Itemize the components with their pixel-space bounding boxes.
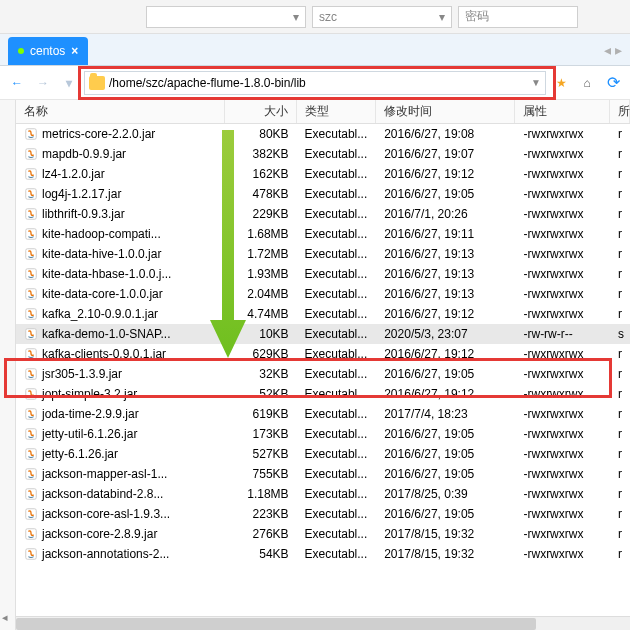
jar-icon (24, 547, 38, 561)
file-attr: -rwxrwxrwx (515, 225, 610, 243)
file-date: 2016/6/27, 19:11 (376, 225, 515, 243)
file-name: joda-time-2.9.9.jar (42, 407, 139, 421)
file-owner: r (610, 205, 630, 223)
table-row[interactable]: jetty-util-6.1.26.jar173KBExecutabl...20… (16, 424, 630, 444)
table-row[interactable]: kafka_2.10-0.9.0.1.jar4.74MBExecutabl...… (16, 304, 630, 324)
file-owner: r (610, 305, 630, 323)
table-row[interactable]: jsr305-1.3.9.jar32KBExecutabl...2016/6/2… (16, 364, 630, 384)
table-row[interactable]: lz4-1.2.0.jar162KBExecutabl...2016/6/27,… (16, 164, 630, 184)
file-name: kafka-clients-0.9.0.1.jar (42, 347, 166, 361)
file-attr: -rwxrwxrwx (515, 445, 610, 463)
table-row[interactable]: log4j-1.2.17.jar478KBExecutabl...2016/6/… (16, 184, 630, 204)
table-row[interactable]: jackson-core-asl-1.9.3...223KBExecutabl.… (16, 504, 630, 524)
file-size: 54KB (225, 545, 297, 563)
file-owner: s (610, 325, 630, 343)
file-date: 2016/6/27, 19:05 (376, 185, 515, 203)
file-name: kite-data-core-1.0.0.jar (42, 287, 163, 301)
table-row[interactable]: joda-time-2.9.9.jar619KBExecutabl...2017… (16, 404, 630, 424)
table-row[interactable]: jackson-databind-2.8...1.18MBExecutabl..… (16, 484, 630, 504)
collapse-arrow-icon[interactable]: ◂ (2, 611, 8, 624)
file-date: 2017/7/4, 18:23 (376, 405, 515, 423)
table-row[interactable]: jopt-simple-3.2.jar52KBExecutabl...2016/… (16, 384, 630, 404)
file-size: 619KB (225, 405, 297, 423)
col-attr[interactable]: 属性 (515, 100, 610, 123)
file-attr: -rwxrwxrwx (515, 505, 610, 523)
file-owner: r (610, 545, 630, 563)
table-row[interactable]: jetty-6.1.26.jar527KBExecutabl...2016/6/… (16, 444, 630, 464)
table-row[interactable]: jackson-core-2.8.9.jar276KBExecutabl...2… (16, 524, 630, 544)
file-type: Executabl... (297, 405, 377, 423)
file-type: Executabl... (297, 385, 377, 403)
file-owner: r (610, 125, 630, 143)
tab-nav-arrows[interactable]: ◂ ▸ (604, 42, 622, 58)
jar-icon (24, 167, 38, 181)
file-owner: r (610, 425, 630, 443)
file-date: 2016/6/27, 19:05 (376, 465, 515, 483)
table-row[interactable]: mapdb-0.9.9.jar382KBExecutabl...2016/6/2… (16, 144, 630, 164)
address-bar[interactable]: ▼ (84, 71, 546, 95)
table-row[interactable]: kite-data-core-1.0.0.jar2.04MBExecutabl.… (16, 284, 630, 304)
forward-button[interactable]: → (32, 72, 54, 94)
table-row[interactable]: kafka-demo-1.0-SNAP...10KBExecutabl...20… (16, 324, 630, 344)
file-name: kite-data-hive-1.0.0.jar (42, 247, 161, 261)
file-attr: -rwxrwxrwx (515, 285, 610, 303)
file-owner: r (610, 285, 630, 303)
left-gutter: ◂ (0, 100, 16, 630)
history-dropdown[interactable]: ▾ (58, 72, 80, 94)
file-size: 1.72MB (225, 245, 297, 263)
chevron-down-icon[interactable]: ▼ (531, 77, 541, 88)
col-type[interactable]: 类型 (297, 100, 377, 123)
jar-icon (24, 427, 38, 441)
file-attr: -rw-rw-r-- (515, 325, 610, 343)
table-row[interactable]: jackson-mapper-asl-1...755KBExecutabl...… (16, 464, 630, 484)
file-owner: r (610, 165, 630, 183)
file-type: Executabl... (297, 345, 377, 363)
table-row[interactable]: libthrift-0.9.3.jar229KBExecutabl...2016… (16, 204, 630, 224)
refresh-button[interactable]: ⟳ (602, 72, 624, 94)
table-row[interactable]: kite-hadoop-compati...1.68MBExecutabl...… (16, 224, 630, 244)
tab-centos[interactable]: centos × (8, 37, 88, 65)
host-combo[interactable]: ▾ (146, 6, 306, 28)
file-type: Executabl... (297, 205, 377, 223)
jar-icon (24, 227, 38, 241)
file-size: 1.93MB (225, 265, 297, 283)
user-combo[interactable]: szc▾ (312, 6, 452, 28)
file-attr: -rwxrwxrwx (515, 205, 610, 223)
jar-icon (24, 347, 38, 361)
file-size: 527KB (225, 445, 297, 463)
home-button[interactable]: ⌂ (576, 72, 598, 94)
file-name: jsr305-1.3.9.jar (42, 367, 122, 381)
table-row[interactable]: jackson-annotations-2...54KBExecutabl...… (16, 544, 630, 564)
col-size[interactable]: 大小 (225, 100, 297, 123)
file-size: 32KB (225, 365, 297, 383)
horizontal-scrollbar[interactable] (16, 616, 630, 630)
back-button[interactable]: ← (6, 72, 28, 94)
jar-icon (24, 127, 38, 141)
file-owner: r (610, 385, 630, 403)
path-input[interactable] (109, 73, 527, 93)
table-row[interactable]: metrics-core-2.2.0.jar80KBExecutabl...20… (16, 124, 630, 144)
file-size: 1.68MB (225, 225, 297, 243)
file-list: metrics-core-2.2.0.jar80KBExecutabl...20… (16, 124, 630, 564)
status-dot-icon (18, 48, 24, 54)
file-attr: -rwxrwxrwx (515, 345, 610, 363)
file-attr: -rwxrwxrwx (515, 365, 610, 383)
col-date[interactable]: 修改时间 (376, 100, 515, 123)
file-owner: r (610, 145, 630, 163)
table-row[interactable]: kite-data-hive-1.0.0.jar1.72MBExecutabl.… (16, 244, 630, 264)
col-name[interactable]: 名称 (16, 100, 225, 123)
bookmark-button[interactable]: ★ (550, 72, 572, 94)
password-field[interactable]: 密码 (458, 6, 578, 28)
file-name: jackson-annotations-2... (42, 547, 169, 561)
file-size: 10KB (225, 325, 297, 343)
table-row[interactable]: kite-data-hbase-1.0.0.j...1.93MBExecutab… (16, 264, 630, 284)
file-date: 2016/7/1, 20:26 (376, 205, 515, 223)
file-attr: -rwxrwxrwx (515, 265, 610, 283)
file-size: 382KB (225, 145, 297, 163)
file-name: jackson-databind-2.8... (42, 487, 163, 501)
table-row[interactable]: kafka-clients-0.9.0.1.jar629KBExecutabl.… (16, 344, 630, 364)
col-owner[interactable]: 所 (610, 100, 630, 123)
close-icon[interactable]: × (71, 44, 78, 58)
file-type: Executabl... (297, 445, 377, 463)
file-size: 4.74MB (225, 305, 297, 323)
